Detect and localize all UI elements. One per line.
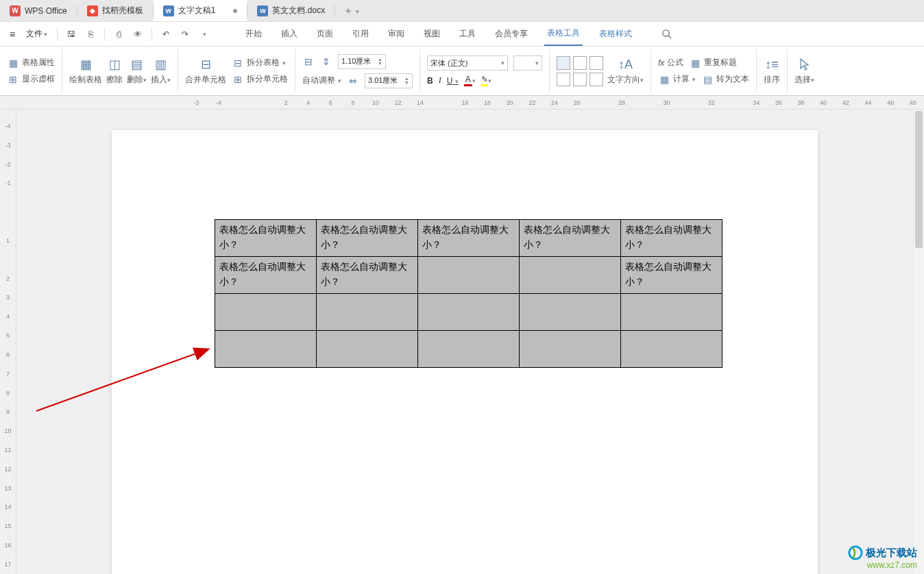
table-cell[interactable]	[215, 331, 317, 368]
search-icon[interactable]	[658, 26, 674, 42]
save-icon[interactable]: 🖫	[63, 26, 80, 42]
split-table-button[interactable]: ⊟拆分表格 ▾	[232, 57, 288, 69]
table-row[interactable]: 表格怎么自动调整大小？表格怎么自动调整大小？表格怎么自动调整大小？表格怎么自动调…	[215, 220, 722, 257]
app-tab-wps[interactable]: W WPS Office	[0, 0, 77, 21]
table-cell[interactable]	[215, 294, 317, 331]
tab-insert[interactable]: 插入	[278, 22, 300, 46]
document-scroll-area[interactable]: 表格怎么自动调整大小？表格怎么自动调整大小？表格怎么自动调整大小？表格怎么自动调…	[16, 110, 913, 574]
tab-table-tools[interactable]: 表格工具	[544, 22, 583, 46]
hamburger-menu-button[interactable]: ≡	[5, 22, 19, 46]
table-cell[interactable]	[520, 331, 621, 368]
tab-tools[interactable]: 工具	[457, 22, 478, 46]
annotation-arrow	[29, 336, 221, 418]
insert-button[interactable]: ▥插入▾	[151, 56, 171, 86]
font-color-button[interactable]: A▾	[464, 75, 476, 86]
draw-table-icon: ▦	[77, 56, 94, 73]
row-height-input[interactable]: 1.10厘米▲▼	[338, 54, 386, 69]
word-table[interactable]: 表格怎么自动调整大小？表格怎么自动调整大小？表格怎么自动调整大小？表格怎么自动调…	[215, 219, 722, 368]
align-top-left[interactable]	[557, 56, 570, 70]
align-mid-left[interactable]	[557, 73, 570, 86]
label: 重复标题	[704, 57, 737, 68]
to-text-button[interactable]: ▤转为文本	[701, 73, 749, 86]
split-cells-button[interactable]: ⊞拆分单元格	[232, 73, 288, 86]
document-page[interactable]: 表格怎么自动调整大小？表格怎么自动调整大小？表格怎么自动调整大小？表格怎么自动调…	[112, 130, 818, 574]
table-cell[interactable]: 表格怎么自动调整大小？	[317, 257, 418, 294]
table-cell[interactable]	[621, 331, 722, 368]
font-size-select[interactable]: ▾	[513, 55, 542, 71]
underline-button[interactable]: U ▾	[447, 76, 459, 86]
align-top-right[interactable]	[589, 56, 603, 70]
table-cell[interactable]	[520, 294, 621, 331]
tab-review[interactable]: 审阅	[385, 22, 407, 46]
show-gridlines-button[interactable]: ⊞显示虚框	[7, 73, 55, 86]
table-cell[interactable]	[520, 257, 621, 294]
redo-icon[interactable]: ↷	[177, 26, 193, 42]
table-cell[interactable]: 表格怎么自动调整大小？	[317, 220, 418, 257]
table-cell[interactable]: 表格怎么自动调整大小？	[621, 257, 722, 294]
undo-icon[interactable]: ↶	[158, 26, 174, 42]
table-cell[interactable]	[317, 294, 418, 331]
font-name-select[interactable]: 宋体 (正文)▾	[427, 55, 508, 71]
table-cell[interactable]: 表格怎么自动调整大小？	[621, 220, 722, 257]
tab-page[interactable]: 页面	[314, 22, 336, 46]
group-select: 选择▾	[788, 49, 821, 92]
table-row[interactable]	[215, 331, 722, 368]
new-tab-button[interactable]: ＋ ▾	[335, 5, 367, 17]
highlight-button[interactable]: ✎▾	[481, 75, 491, 86]
sort-button[interactable]: ↕≡排序	[764, 56, 780, 86]
horizontal-ruler[interactable]: -3-4246810121416182022242628303234363840…	[0, 96, 924, 110]
draw-table-button[interactable]: ▦绘制表格	[69, 56, 102, 86]
repeat-header-button[interactable]: ▦重复标题	[689, 57, 737, 69]
col-width-input[interactable]: 3.01厘米▲▼	[365, 73, 413, 88]
insert-icon: ▥	[153, 56, 169, 73]
export-icon[interactable]: ⎘	[82, 26, 99, 42]
table-cell[interactable]: 表格怎么自动调整大小？	[520, 220, 621, 257]
table-row[interactable]	[215, 294, 722, 331]
text-direction-button[interactable]: ↕A文字方向▾	[607, 56, 644, 86]
select-button[interactable]: 选择▾	[794, 56, 814, 86]
tab-table-style[interactable]: 表格样式	[596, 22, 635, 46]
table-cell[interactable]: 表格怎么自动调整大小？	[215, 220, 317, 257]
align-mid-center[interactable]	[573, 73, 587, 86]
tab-member[interactable]: 会员专享	[492, 22, 531, 46]
file-menu[interactable]: 文件 ▾	[22, 22, 51, 46]
align-top-center[interactable]	[573, 56, 587, 70]
auto-adjust-button[interactable]: 自动调整▾	[302, 75, 341, 86]
scrollbar-thumb[interactable]	[915, 111, 923, 248]
cursor-icon	[797, 56, 813, 73]
dist-rows-icon[interactable]: ⊟	[302, 55, 315, 68]
table-cell[interactable]	[418, 331, 520, 368]
italic-button[interactable]: I	[439, 75, 441, 86]
group-font: 宋体 (正文)▾ ▾ B I U ▾ A▾ ✎▾	[420, 49, 550, 92]
tab-doc2[interactable]: W 英文文档.docx	[247, 0, 335, 21]
delete-button[interactable]: ▤删除▾	[127, 56, 147, 86]
table-cell[interactable]: 表格怎么自动调整大小？	[418, 220, 520, 257]
print-preview-icon[interactable]: 👁	[130, 26, 146, 42]
formula-button[interactable]: fx 公式	[658, 57, 683, 68]
table-cell[interactable]	[418, 294, 520, 331]
align-mid-right[interactable]	[589, 73, 603, 86]
table-cell[interactable]	[317, 331, 418, 368]
dropdown-icon[interactable]: ▾	[196, 26, 212, 42]
table-cell[interactable]	[621, 294, 722, 331]
vertical-scrollbar[interactable]	[913, 110, 924, 574]
print-icon[interactable]: ⎙	[110, 26, 127, 42]
tab-view[interactable]: 视图	[421, 22, 443, 46]
table-properties-button[interactable]: ▦表格属性	[7, 57, 55, 69]
vertical-ruler[interactable]: -4-3-2-11234567891011121314151617	[0, 110, 16, 574]
tab-start[interactable]: 开始	[243, 22, 265, 46]
bold-button[interactable]: B	[427, 76, 433, 86]
merge-cells-button[interactable]: ⊟合并单元格	[185, 56, 226, 86]
table-cell[interactable]: 表格怎么自动调整大小？	[215, 257, 317, 294]
table-cell[interactable]	[418, 257, 520, 294]
tab-reference[interactable]: 引用	[350, 22, 372, 46]
label: 显示虚框	[22, 73, 55, 85]
table-row[interactable]: 表格怎么自动调整大小？表格怎么自动调整大小？表格怎么自动调整大小？	[215, 257, 722, 294]
tab-doc1[interactable]: W 文字文稿1	[154, 0, 247, 21]
tab-template[interactable]: ◆ 找稻壳模板	[77, 0, 153, 21]
eraser-button[interactable]: ◫擦除	[106, 56, 123, 86]
menu-bar: ≡ 文件 ▾ 🖫 ⎘ ⎙ 👁 ↶ ↷ ▾ 开始 插入 页面 引用 审阅 视图 工…	[0, 22, 924, 47]
sort-icon: ↕≡	[764, 56, 780, 73]
alignment-grid	[557, 56, 603, 86]
calc-button[interactable]: ▦计算▾	[658, 73, 696, 86]
